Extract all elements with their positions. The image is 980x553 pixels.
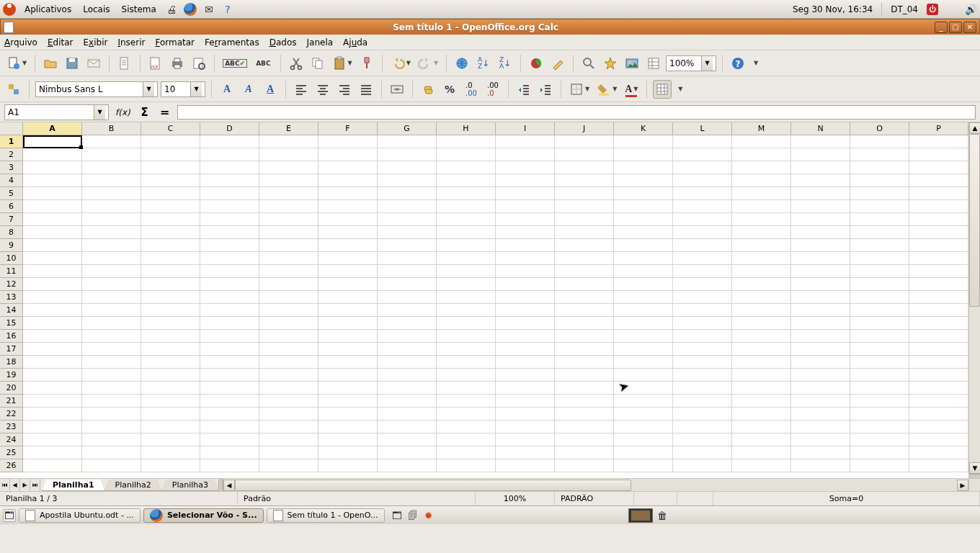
cell[interactable]: [378, 343, 437, 356]
cell[interactable]: [909, 239, 968, 252]
cell[interactable]: [496, 408, 555, 421]
cell[interactable]: [791, 317, 850, 330]
cell[interactable]: [850, 356, 909, 369]
tab-prev-button[interactable]: ◀: [10, 479, 20, 491]
row-header[interactable]: 5: [0, 187, 23, 200]
cell[interactable]: [437, 226, 496, 239]
cell[interactable]: [673, 446, 732, 459]
align-right-button[interactable]: [335, 80, 354, 99]
cell[interactable]: [378, 317, 437, 330]
cell[interactable]: [555, 395, 614, 408]
panel-menu-system[interactable]: Sistema: [119, 3, 159, 16]
taskbar-item[interactable]: Apostila Ubuntu.odt - ...: [19, 508, 141, 523]
cell[interactable]: [555, 291, 614, 304]
cell[interactable]: [378, 369, 437, 382]
row-header[interactable]: 4: [0, 174, 23, 187]
cell[interactable]: [200, 148, 259, 161]
menu-ajuda[interactable]: Ajuda: [343, 37, 368, 48]
cell[interactable]: [378, 200, 437, 213]
cell[interactable]: [732, 239, 791, 252]
row-header[interactable]: 11: [0, 265, 23, 278]
row-header[interactable]: 23: [0, 421, 23, 433]
cell[interactable]: [378, 382, 437, 395]
cell[interactable]: [437, 343, 496, 356]
cell[interactable]: [378, 239, 437, 252]
cell[interactable]: [732, 265, 791, 278]
cell[interactable]: [200, 343, 259, 356]
cell[interactable]: [82, 148, 141, 161]
cell[interactable]: [909, 446, 968, 459]
cell[interactable]: [437, 161, 496, 174]
cell[interactable]: [259, 278, 318, 291]
column-header[interactable]: P: [909, 122, 968, 135]
cell[interactable]: [496, 304, 555, 317]
cell[interactable]: [200, 252, 259, 265]
cell[interactable]: [23, 356, 82, 369]
font-name-dropdown[interactable]: ▼: [143, 82, 154, 96]
cell[interactable]: [496, 343, 555, 356]
cell[interactable]: [496, 369, 555, 382]
cell[interactable]: [23, 369, 82, 382]
cell[interactable]: [791, 187, 850, 200]
row-header[interactable]: 15: [0, 317, 23, 330]
row-header[interactable]: 3: [0, 161, 23, 174]
cell[interactable]: [732, 174, 791, 187]
cell[interactable]: [141, 446, 200, 459]
cell[interactable]: [23, 252, 82, 265]
cell[interactable]: [791, 239, 850, 252]
add-decimal-button[interactable]: .0.00: [462, 80, 481, 99]
cell[interactable]: [318, 252, 378, 265]
row-header[interactable]: 7: [0, 213, 23, 226]
cell[interactable]: [23, 174, 82, 187]
cell[interactable]: [82, 135, 141, 148]
cell[interactable]: [791, 408, 850, 421]
cell[interactable]: [496, 174, 555, 187]
gallery-button[interactable]: [623, 54, 641, 73]
cell[interactable]: [732, 161, 791, 174]
cell[interactable]: [909, 356, 968, 369]
cell[interactable]: [791, 278, 850, 291]
workspace-switcher[interactable]: [628, 508, 653, 523]
cell[interactable]: [850, 265, 909, 278]
cell[interactable]: [437, 369, 496, 382]
cell[interactable]: [259, 291, 318, 304]
cell[interactable]: [200, 265, 259, 278]
cell[interactable]: [850, 369, 909, 382]
cell[interactable]: [850, 135, 909, 148]
row-header[interactable]: 1: [0, 135, 23, 148]
cell[interactable]: [909, 459, 968, 472]
name-box-dropdown[interactable]: ▼: [94, 105, 105, 120]
cell[interactable]: [909, 161, 968, 174]
cell[interactable]: [141, 291, 200, 304]
font-name-combo[interactable]: ▼: [35, 81, 158, 97]
cell[interactable]: [378, 148, 437, 161]
cell[interactable]: [496, 187, 555, 200]
cell[interactable]: [200, 161, 259, 174]
cell[interactable]: [732, 304, 791, 317]
cell[interactable]: [555, 200, 614, 213]
cell[interactable]: [791, 226, 850, 239]
formula-input[interactable]: [177, 105, 976, 120]
sheet-tab[interactable]: Planilha1: [42, 480, 105, 491]
cell[interactable]: [673, 433, 732, 446]
cell[interactable]: [850, 459, 909, 472]
row-header[interactable]: 2: [0, 148, 23, 161]
cell[interactable]: [141, 317, 200, 330]
hscroll-thumb[interactable]: [235, 480, 631, 491]
cell[interactable]: [555, 135, 614, 148]
underline-button[interactable]: A: [261, 80, 280, 99]
name-box[interactable]: ▼: [4, 104, 109, 120]
cell[interactable]: [318, 459, 378, 472]
status-insert-mode[interactable]: PADRÃO: [555, 492, 634, 505]
taskbar-item[interactable]: Sem título 1 - OpenO...: [267, 508, 385, 523]
cell[interactable]: [378, 291, 437, 304]
cell[interactable]: [673, 174, 732, 187]
open-button[interactable]: [41, 54, 60, 73]
cell[interactable]: [909, 408, 968, 421]
cell[interactable]: [732, 317, 791, 330]
cell[interactable]: [732, 330, 791, 343]
cell[interactable]: [200, 174, 259, 187]
cell[interactable]: [614, 343, 673, 356]
cell[interactable]: [318, 161, 378, 174]
hscroll-track[interactable]: [235, 480, 957, 491]
